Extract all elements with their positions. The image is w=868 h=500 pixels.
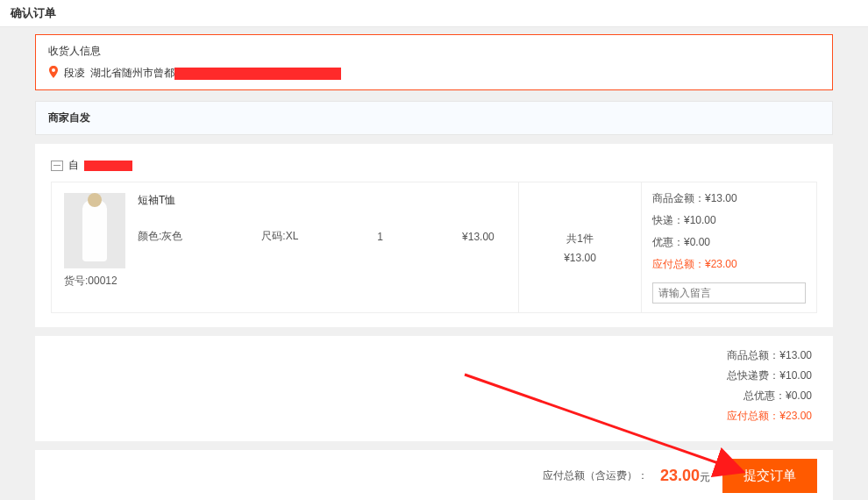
summary-discount: 总优惠：¥0.00 — [56, 389, 812, 404]
price-breakdown: 商品金额：¥13.00 快递：¥10.00 优惠：¥0.00 应付总额：¥23.… — [641, 182, 816, 312]
product-zone: 货号:00012 短袖T恤 颜色:灰色 尺码:XL 1 ¥13.00 共1件 ¥… — [51, 182, 817, 313]
recipient-info-card: 收货人信息 段凌 湖北省随州市曾都 — [35, 34, 833, 90]
summary-goods: 商品总额：¥13.00 — [56, 348, 812, 363]
recipient-row[interactable]: 段凌 湖北省随州市曾都 — [48, 66, 820, 81]
page-title: 确认订单 — [0, 0, 868, 27]
product-subtotal: ¥13.00 — [564, 252, 596, 264]
submit-order-button[interactable]: 提交订单 — [722, 459, 817, 493]
summary-total: 应付总额：¥23.00 — [56, 409, 812, 424]
goods-amount-line: 商品金额：¥13.00 — [652, 191, 806, 206]
recipient-section-title: 收货人信息 — [48, 44, 820, 59]
product-count: 共1件 — [566, 232, 594, 246]
submit-amount: 23.00 — [660, 467, 700, 484]
product-color: 颜色:灰色 — [138, 229, 182, 244]
recipient-address: 湖北省随州市曾都 — [90, 66, 341, 81]
summary-express: 总快递费：¥10.00 — [56, 368, 812, 383]
payable-total-line: 应付总额：¥23.00 — [652, 257, 806, 272]
submit-unit: 元 — [700, 471, 710, 483]
product-title[interactable]: 短袖T恤 — [138, 193, 506, 208]
message-input[interactable] — [652, 282, 806, 304]
location-icon — [48, 66, 59, 81]
product-price: ¥13.00 — [462, 231, 494, 243]
redacted-merchant — [84, 161, 132, 171]
recipient-name: 段凌 — [64, 66, 85, 81]
submit-bar: 应付总额（含运费）： 23.00元 提交订单 — [35, 450, 833, 500]
order-summary: 商品总额：¥13.00 总快递费：¥10.00 总优惠：¥0.00 应付总额：¥… — [35, 336, 833, 441]
merchant-row[interactable]: 自 — [51, 158, 817, 173]
product-size: 尺码:XL — [261, 229, 298, 244]
express-line: 快递：¥10.00 — [652, 213, 806, 228]
submit-label: 应付总额（含运费）： — [543, 468, 648, 483]
merchant-name-prefix: 自 — [68, 158, 79, 173]
product-left: 货号:00012 短袖T恤 颜色:灰色 尺码:XL 1 ¥13.00 — [52, 182, 518, 312]
product-thumbnail[interactable] — [64, 193, 125, 268]
order-card: 自 货号:00012 短袖T恤 颜色:灰色 尺码:XL 1 ¥13.00 — [35, 144, 833, 327]
store-icon — [51, 161, 63, 171]
discount-line: 优惠：¥0.00 — [652, 235, 806, 250]
product-sku: 货号:00012 — [64, 274, 125, 289]
product-subtotal-box: 共1件 ¥13.00 — [518, 182, 641, 312]
product-qty: 1 — [377, 231, 383, 243]
shipping-section-title: 商家自发 — [35, 101, 833, 135]
redacted-address — [174, 68, 341, 80]
